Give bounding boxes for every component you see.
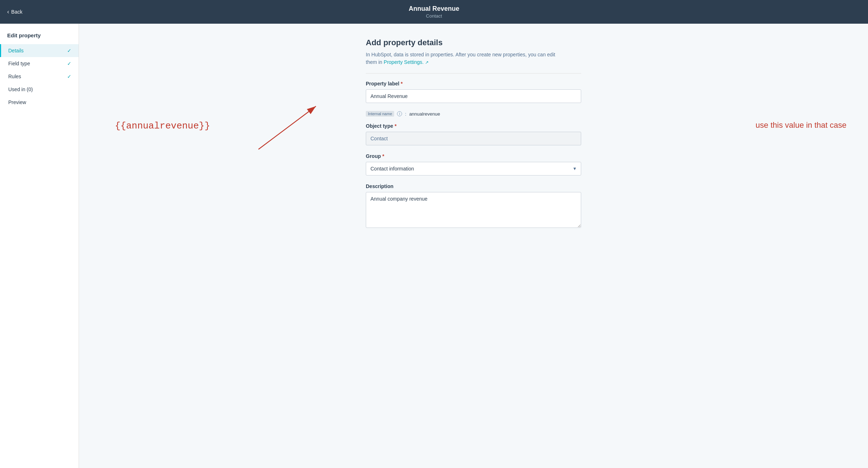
group-label: Group * xyxy=(366,153,581,159)
back-arrow-icon: ‹ xyxy=(7,9,9,15)
details-check-icon: ✓ xyxy=(67,48,71,53)
property-label-required: * xyxy=(401,81,402,86)
annotation-arrow xyxy=(251,99,330,156)
property-label-group: Property label * xyxy=(366,81,581,103)
internal-name-value: annualrevenue xyxy=(409,111,440,117)
internal-name-colon: : xyxy=(405,111,406,117)
svg-line-1 xyxy=(258,106,316,149)
form-section-title: Add property details xyxy=(366,38,581,47)
description-textarea[interactable]: Annual company revenue xyxy=(366,192,581,228)
group-select-wrapper: Contact information ▼ xyxy=(366,162,581,176)
group-label-text: Group xyxy=(366,153,381,159)
internal-name-row: Internal name i : annualrevenue xyxy=(366,111,581,117)
use-value-annotation: use this value in that case xyxy=(756,121,846,130)
property-label-input[interactable] xyxy=(366,89,581,103)
info-icon[interactable]: i xyxy=(397,111,402,116)
form-container: Add property details In HubSpot, data is… xyxy=(366,38,581,456)
field-type-check-icon: ✓ xyxy=(67,61,71,66)
internal-name-badge: Internal name xyxy=(366,111,394,117)
property-settings-link[interactable]: Property Settings. ↗ xyxy=(384,59,429,65)
property-label-label: Property label * xyxy=(366,81,581,86)
group-select[interactable]: Contact information xyxy=(366,162,581,176)
sidebar-item-used-in-label: Used in (0) xyxy=(8,86,33,92)
property-label-text: Property label xyxy=(366,81,399,86)
object-type-label: Object type * xyxy=(366,123,581,129)
sidebar-item-details[interactable]: Details ✓ xyxy=(0,44,79,57)
form-section-desc: In HubSpot, data is stored in properties… xyxy=(366,51,581,66)
object-type-input xyxy=(366,132,581,145)
group-group: Group * Contact information ▼ xyxy=(366,153,581,176)
back-button[interactable]: ‹ Back xyxy=(7,9,22,15)
form-divider xyxy=(366,73,581,74)
sidebar-item-field-type[interactable]: Field type ✓ xyxy=(0,57,79,70)
form-desc-text1: In HubSpot, data is stored in properties… xyxy=(366,52,555,57)
description-group: Description Annual company revenue xyxy=(366,183,581,229)
group-required: * xyxy=(382,153,384,159)
sidebar-item-preview-label: Preview xyxy=(8,99,26,105)
page-title: Annual Revenue xyxy=(7,5,861,13)
form-desc-text2: them in xyxy=(366,59,382,65)
page-header: ‹ Back Annual Revenue Contact xyxy=(0,0,868,24)
rules-check-icon: ✓ xyxy=(67,74,71,79)
external-link-icon: ↗ xyxy=(425,60,429,65)
sidebar-item-field-type-label: Field type xyxy=(8,61,30,66)
sidebar-item-details-label: Details xyxy=(8,48,24,53)
property-settings-link-text: Property Settings. xyxy=(384,59,424,65)
sidebar-item-rules-label: Rules xyxy=(8,74,21,79)
object-type-label-text: Object type xyxy=(366,123,393,129)
back-label: Back xyxy=(11,9,22,15)
sidebar-title: Edit property xyxy=(0,32,79,44)
object-type-required: * xyxy=(395,123,396,129)
description-label: Description xyxy=(366,183,581,189)
object-type-group: Object type * xyxy=(366,123,581,145)
sidebar-item-rules[interactable]: Rules ✓ xyxy=(0,70,79,83)
sidebar-item-used-in[interactable]: Used in (0) xyxy=(0,83,79,96)
page-subtitle: Contact xyxy=(7,13,861,19)
sidebar-item-preview[interactable]: Preview xyxy=(0,96,79,109)
sidebar: Edit property Details ✓ Field type ✓ Rul… xyxy=(0,24,79,468)
content-area: {{annualrevenue}} use this value in that… xyxy=(79,24,868,468)
template-annotation: {{annualrevenue}} xyxy=(115,121,210,131)
main-layout: Edit property Details ✓ Field type ✓ Rul… xyxy=(0,24,868,468)
